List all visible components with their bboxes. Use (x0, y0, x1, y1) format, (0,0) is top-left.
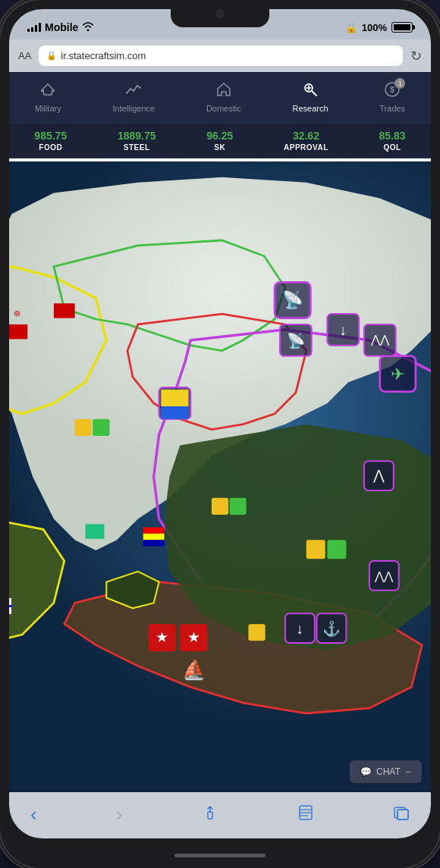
stat-food-value: 985.75 (34, 130, 67, 142)
phone-frame: Mobile 🔒 100% (0, 0, 440, 868)
tab-research[interactable]: Research (284, 78, 335, 116)
stat-steel-value: 1889.75 (118, 130, 156, 142)
map-svg: 📡 ✈ 📡 ↓ ⋀⋀ ⋀ (9, 161, 431, 792)
signal-bar-1 (27, 29, 30, 32)
font-size-button[interactable]: AA (18, 50, 31, 61)
svg-rect-38 (54, 303, 75, 318)
battery-container (391, 22, 413, 33)
svg-text:⊛: ⊛ (14, 309, 20, 318)
browser-bar: AA 🔒 ir.statecraftsim.com ↻ (9, 39, 431, 72)
chat-icon: 💬 (360, 766, 372, 777)
trades-icon: $ 1 (384, 81, 401, 102)
tab-military[interactable]: Military (27, 78, 69, 116)
stat-qol-label: QOL (383, 143, 401, 152)
signal-bars (27, 23, 41, 32)
military-icon (39, 81, 56, 102)
svg-text:★: ★ (156, 628, 168, 645)
military-label: Military (35, 104, 61, 113)
svg-text:★: ★ (187, 628, 200, 645)
svg-text:⋀: ⋀ (372, 468, 385, 483)
home-bar (174, 854, 266, 857)
research-icon (302, 81, 319, 102)
stat-approval-value: 32.62 (293, 130, 319, 142)
forward-button[interactable]: › (110, 800, 129, 829)
battery-fill (394, 24, 410, 30)
stat-qol-value: 85.83 (379, 130, 406, 142)
tabs-button[interactable] (387, 801, 416, 828)
svg-rect-51 (208, 812, 212, 819)
lock-icon: 🔒 (345, 22, 357, 33)
battery (391, 22, 413, 33)
svg-rect-30 (327, 540, 346, 559)
svg-text:📡: 📡 (287, 332, 306, 349)
bookmarks-button[interactable] (291, 801, 320, 828)
svg-text:⋀⋀: ⋀⋀ (370, 333, 390, 346)
chat-button[interactable]: 💬 CHAT − (350, 760, 422, 783)
stat-food-label: FOOD (39, 143, 62, 152)
svg-rect-44 (86, 524, 105, 538)
research-label: Research (292, 104, 328, 113)
svg-rect-35 (93, 419, 109, 436)
svg-text:⚓: ⚓ (322, 620, 341, 638)
svg-rect-32 (229, 498, 246, 515)
svg-rect-57 (398, 810, 408, 819)
svg-rect-31 (212, 498, 228, 515)
camera-dot (215, 9, 225, 18)
screen: Mobile 🔒 100% (9, 9, 431, 838)
stat-steel: 1889.75 STEEL (118, 130, 156, 152)
tab-domestic[interactable]: Domestic (199, 78, 249, 116)
svg-rect-33 (248, 624, 265, 641)
signal-bar-2 (31, 27, 33, 32)
svg-rect-49 (143, 534, 165, 540)
stat-sk-value: 96.25 (206, 130, 233, 142)
svg-text:✈: ✈ (391, 365, 404, 384)
svg-text:⛵: ⛵ (182, 658, 206, 682)
carrier-label: Mobile (45, 21, 78, 33)
stat-approval-label: APPROVAL (284, 143, 328, 152)
svg-rect-48 (143, 528, 165, 534)
stat-steel-label: STEEL (124, 143, 150, 152)
stat-food: 985.75 FOOD (34, 130, 67, 152)
signal-bar-4 (39, 23, 41, 32)
share-button[interactable] (196, 801, 225, 828)
address-bar[interactable]: 🔒 ir.statecraftsim.com (39, 45, 403, 66)
svg-rect-19 (161, 390, 188, 406)
home-indicator (0, 848, 440, 868)
reload-button[interactable]: ↻ (410, 48, 422, 64)
status-left: Mobile (27, 21, 94, 33)
trades-label: Trades (379, 104, 405, 113)
stat-sk: 96.25 SK (206, 130, 233, 152)
svg-text:↓: ↓ (339, 321, 347, 338)
chat-label: CHAT (376, 766, 401, 777)
stats-bar: 985.75 FOOD 1889.75 STEEL 96.25 SK 32.62… (9, 124, 431, 158)
chat-minimize-icon: − (405, 766, 411, 778)
map-area[interactable]: 📡 ✈ 📡 ↓ ⋀⋀ ⋀ (9, 161, 431, 792)
stat-qol: 85.83 QOL (379, 130, 406, 152)
domestic-icon (215, 81, 232, 102)
svg-text:⋀⋀: ⋀⋀ (374, 569, 394, 582)
svg-text:↓: ↓ (297, 620, 304, 637)
browser-toolbar: ‹ › (9, 792, 431, 838)
svg-rect-20 (161, 406, 188, 419)
svg-line-1 (312, 91, 316, 96)
url-text: ir.statecraftsim.com (61, 50, 146, 61)
svg-text:$: $ (390, 86, 394, 94)
svg-rect-29 (306, 540, 325, 559)
back-button[interactable]: ‹ (24, 800, 43, 829)
intelligence-label: Intelligence (112, 104, 155, 113)
nav-tabs: Military Intelligence Domestic (9, 72, 431, 124)
domestic-label: Domestic (206, 104, 241, 113)
stat-approval: 32.62 APPROVAL (284, 130, 328, 152)
address-lock-icon: 🔒 (46, 51, 57, 61)
svg-rect-34 (75, 419, 92, 436)
intelligence-icon (125, 81, 142, 102)
svg-rect-36 (9, 324, 27, 339)
trades-badge: 1 (394, 78, 405, 89)
tab-trades[interactable]: $ 1 Trades (372, 78, 413, 116)
status-right: 🔒 100% (345, 22, 413, 33)
wifi-icon (82, 22, 94, 33)
stat-sk-label: SK (214, 143, 225, 152)
svg-rect-50 (143, 540, 165, 546)
tab-intelligence[interactable]: Intelligence (105, 78, 162, 116)
battery-percent: 100% (362, 22, 387, 33)
